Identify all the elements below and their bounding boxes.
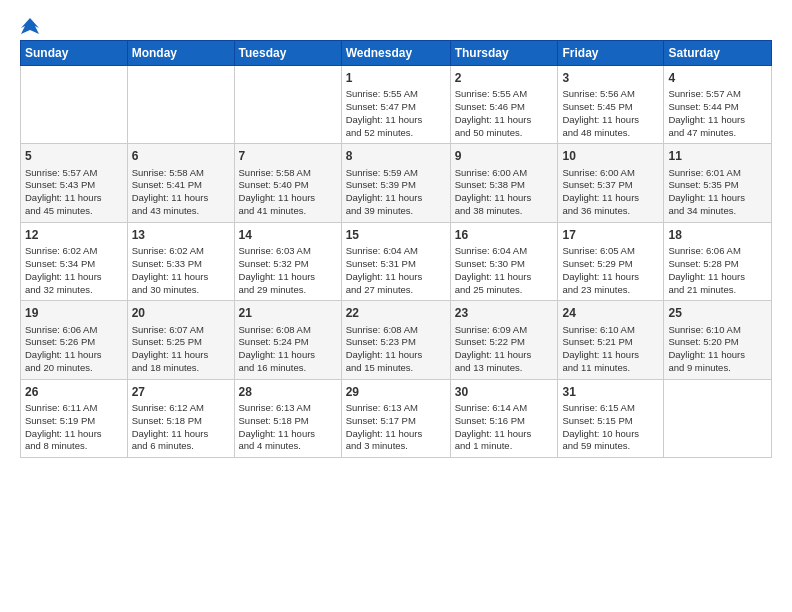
day-number: 26 (25, 384, 123, 400)
day-info: Daylight: 11 hours (668, 192, 767, 205)
day-number: 8 (346, 148, 446, 164)
day-info: Sunset: 5:16 PM (455, 415, 554, 428)
day-info: Sunset: 5:41 PM (132, 179, 230, 192)
day-number: 5 (25, 148, 123, 164)
day-info: Daylight: 11 hours (562, 349, 659, 362)
day-info: Daylight: 11 hours (455, 114, 554, 127)
day-info: Daylight: 11 hours (132, 428, 230, 441)
day-info: Daylight: 11 hours (668, 271, 767, 284)
day-info: and 21 minutes. (668, 284, 767, 297)
day-info: and 3 minutes. (346, 440, 446, 453)
day-info: Sunrise: 6:15 AM (562, 402, 659, 415)
page: SundayMondayTuesdayWednesdayThursdayFrid… (0, 0, 792, 612)
calendar-cell: 15Sunrise: 6:04 AMSunset: 5:31 PMDayligh… (341, 222, 450, 300)
day-info: and 36 minutes. (562, 205, 659, 218)
day-info: Sunset: 5:37 PM (562, 179, 659, 192)
calendar-cell: 5Sunrise: 5:57 AMSunset: 5:43 PMDaylight… (21, 144, 128, 222)
day-info: Sunrise: 6:02 AM (132, 245, 230, 258)
day-info: and 32 minutes. (25, 284, 123, 297)
day-info: Daylight: 11 hours (562, 114, 659, 127)
calendar-cell: 18Sunrise: 6:06 AMSunset: 5:28 PMDayligh… (664, 222, 772, 300)
calendar-cell (127, 66, 234, 144)
day-info: and 39 minutes. (346, 205, 446, 218)
day-info: and 50 minutes. (455, 127, 554, 140)
day-number: 18 (668, 227, 767, 243)
day-info: Sunrise: 6:07 AM (132, 324, 230, 337)
week-row-4: 19Sunrise: 6:06 AMSunset: 5:26 PMDayligh… (21, 301, 772, 379)
day-number: 31 (562, 384, 659, 400)
day-info: Sunset: 5:43 PM (25, 179, 123, 192)
weekday-header-wednesday: Wednesday (341, 41, 450, 66)
logo-bird-icon (21, 16, 39, 34)
calendar-cell: 2Sunrise: 5:55 AMSunset: 5:46 PMDaylight… (450, 66, 558, 144)
day-info: Sunrise: 6:13 AM (346, 402, 446, 415)
day-info: and 4 minutes. (239, 440, 337, 453)
day-info: Sunset: 5:32 PM (239, 258, 337, 271)
calendar-cell: 22Sunrise: 6:08 AMSunset: 5:23 PMDayligh… (341, 301, 450, 379)
week-row-1: 1Sunrise: 5:55 AMSunset: 5:47 PMDaylight… (21, 66, 772, 144)
day-info: Daylight: 11 hours (455, 428, 554, 441)
day-info: Daylight: 10 hours (562, 428, 659, 441)
day-number: 10 (562, 148, 659, 164)
day-info: and 20 minutes. (25, 362, 123, 375)
day-info: Sunset: 5:21 PM (562, 336, 659, 349)
day-info: Sunset: 5:38 PM (455, 179, 554, 192)
weekday-header-thursday: Thursday (450, 41, 558, 66)
calendar-cell: 16Sunrise: 6:04 AMSunset: 5:30 PMDayligh… (450, 222, 558, 300)
day-number: 1 (346, 70, 446, 86)
day-number: 6 (132, 148, 230, 164)
weekday-header-sunday: Sunday (21, 41, 128, 66)
day-info: and 15 minutes. (346, 362, 446, 375)
day-info: Sunrise: 5:58 AM (132, 167, 230, 180)
day-info: Daylight: 11 hours (239, 271, 337, 284)
day-info: Sunset: 5:23 PM (346, 336, 446, 349)
calendar-cell: 25Sunrise: 6:10 AMSunset: 5:20 PMDayligh… (664, 301, 772, 379)
day-info: Sunset: 5:18 PM (132, 415, 230, 428)
day-number: 23 (455, 305, 554, 321)
day-info: Sunset: 5:22 PM (455, 336, 554, 349)
day-info: and 52 minutes. (346, 127, 446, 140)
day-info: Sunset: 5:29 PM (562, 258, 659, 271)
day-info: Daylight: 11 hours (346, 114, 446, 127)
day-info: Sunset: 5:26 PM (25, 336, 123, 349)
day-info: Sunset: 5:20 PM (668, 336, 767, 349)
day-info: and 1 minute. (455, 440, 554, 453)
day-info: Daylight: 11 hours (562, 192, 659, 205)
calendar-cell: 17Sunrise: 6:05 AMSunset: 5:29 PMDayligh… (558, 222, 664, 300)
day-info: Sunrise: 5:55 AM (346, 88, 446, 101)
day-info: and 45 minutes. (25, 205, 123, 218)
day-info: Daylight: 11 hours (25, 349, 123, 362)
day-info: Daylight: 11 hours (346, 428, 446, 441)
weekday-header-row: SundayMondayTuesdayWednesdayThursdayFrid… (21, 41, 772, 66)
day-info: Daylight: 11 hours (25, 428, 123, 441)
svg-marker-0 (21, 18, 39, 34)
day-number: 21 (239, 305, 337, 321)
day-info: Daylight: 11 hours (132, 271, 230, 284)
day-number: 12 (25, 227, 123, 243)
calendar-cell (21, 66, 128, 144)
day-number: 19 (25, 305, 123, 321)
day-info: Sunset: 5:17 PM (346, 415, 446, 428)
day-number: 9 (455, 148, 554, 164)
day-info: and 41 minutes. (239, 205, 337, 218)
day-info: Daylight: 11 hours (562, 271, 659, 284)
week-row-5: 26Sunrise: 6:11 AMSunset: 5:19 PMDayligh… (21, 379, 772, 457)
day-info: Sunrise: 5:59 AM (346, 167, 446, 180)
weekday-header-tuesday: Tuesday (234, 41, 341, 66)
day-info: and 29 minutes. (239, 284, 337, 297)
day-info: and 47 minutes. (668, 127, 767, 140)
day-info: Sunrise: 5:57 AM (668, 88, 767, 101)
day-info: and 6 minutes. (132, 440, 230, 453)
day-info: and 23 minutes. (562, 284, 659, 297)
calendar-cell: 4Sunrise: 5:57 AMSunset: 5:44 PMDaylight… (664, 66, 772, 144)
day-info: Sunset: 5:34 PM (25, 258, 123, 271)
day-info: Daylight: 11 hours (25, 271, 123, 284)
day-info: Sunset: 5:44 PM (668, 101, 767, 114)
calendar-cell: 26Sunrise: 6:11 AMSunset: 5:19 PMDayligh… (21, 379, 128, 457)
day-info: and 18 minutes. (132, 362, 230, 375)
calendar-cell: 10Sunrise: 6:00 AMSunset: 5:37 PMDayligh… (558, 144, 664, 222)
day-info: Sunset: 5:47 PM (346, 101, 446, 114)
day-info: Sunrise: 6:00 AM (562, 167, 659, 180)
day-info: and 13 minutes. (455, 362, 554, 375)
day-info: Sunrise: 6:04 AM (346, 245, 446, 258)
